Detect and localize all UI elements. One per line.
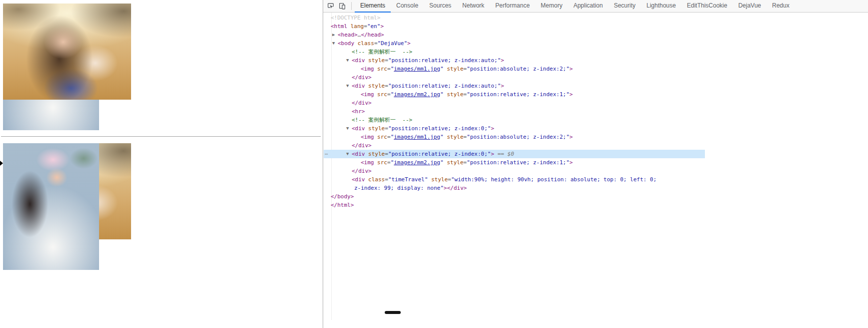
photo-mm1-case1	[3, 4, 131, 100]
tab-network[interactable]: Network	[457, 0, 490, 13]
collapse-arrow-icon[interactable]: ▼	[346, 82, 349, 90]
tab-security[interactable]: Security	[608, 0, 641, 13]
dom-tree-node[interactable]: <img src="images/mm1.jpg" style="positio…	[324, 133, 705, 141]
code-token: >	[380, 23, 384, 30]
code-token: "DejaVue"	[378, 40, 408, 47]
dom-tree-node[interactable]: <div class="timeTravel" style="width:90%…	[324, 175, 705, 184]
code-token: <html	[331, 23, 347, 30]
code-token: images/mm2.jpg	[394, 91, 440, 98]
dom-tree-node[interactable]: </div>	[324, 73, 705, 82]
code-token: </div>	[352, 168, 372, 174]
code-token: src	[374, 134, 388, 140]
code-token: "position:relative; z-index:1;"	[467, 159, 569, 166]
tab-application[interactable]: Application	[568, 0, 608, 13]
code-token: =	[463, 66, 467, 72]
code-token: "position:relative; z-index:auto;"	[388, 57, 501, 64]
dom-tree-node[interactable]: <!DOCTYPE html>	[324, 14, 705, 22]
tab-dejavue[interactable]: DejaVue	[733, 0, 767, 13]
code-token: "timeTravel"	[388, 176, 428, 183]
code-token: ==	[494, 151, 508, 157]
dom-tree-node[interactable]: ▼<body class="DejaVue">	[324, 39, 705, 48]
code-token: style	[444, 91, 464, 98]
dom-tree-node[interactable]: </body>	[324, 192, 705, 201]
inspect-element-icon[interactable]	[327, 2, 335, 10]
code-token: >	[407, 40, 411, 47]
tab-console[interactable]: Console	[391, 0, 424, 13]
code-token: =	[387, 134, 391, 140]
code-token: =	[385, 57, 388, 64]
code-token: >	[569, 66, 573, 72]
dom-tree-node[interactable]: ▶<head>…</head>	[324, 31, 705, 39]
dom-tree-node[interactable]: <img src="images/mm1.jpg" style="positio…	[324, 65, 705, 73]
dom-tree-node[interactable]: <!-- 案例解析一 -->	[324, 48, 705, 56]
code-token: <head>	[338, 32, 358, 38]
code-token: >	[491, 151, 494, 157]
code-token: =	[385, 125, 388, 132]
dom-tree-node[interactable]: <html lang="en">	[324, 22, 705, 31]
tab-memory[interactable]: Memory	[535, 0, 568, 13]
horizontal-scrollbar-thumb[interactable]	[385, 311, 401, 314]
code-token: "	[440, 134, 444, 140]
collapse-arrow-icon[interactable]: ▼	[346, 150, 349, 158]
dom-tree-node[interactable]: <!-- 案例解析一 -->	[324, 116, 705, 124]
code-token: =	[385, 151, 388, 157]
device-toolbar-icon[interactable]	[338, 2, 346, 10]
code-token: style	[444, 159, 464, 166]
code-token: =	[463, 91, 467, 98]
code-token: <div	[352, 57, 365, 64]
dom-tree-node[interactable]: z-index: 99; display: none"></div>	[324, 184, 705, 192]
dom-tree-node[interactable]: <hr>	[324, 107, 705, 116]
tab-performance[interactable]: Performance	[490, 0, 535, 13]
code-token: "position:absolute; z-index:2;"	[467, 134, 569, 140]
screenshot-root: ElementsConsoleSourcesNetworkPerformance…	[0, 0, 868, 328]
code-token: "en"	[367, 23, 381, 30]
dom-tree-node[interactable]: <img src="images/mm2.jpg" style="positio…	[324, 158, 705, 167]
collapse-arrow-icon[interactable]: ▼	[332, 39, 335, 48]
tab-elements[interactable]: Elements	[355, 0, 391, 13]
dom-tree-node[interactable]: <img src="images/mm2.jpg" style="positio…	[324, 90, 705, 99]
code-token: >	[569, 134, 573, 140]
code-token: "position:relative; z-index:1;"	[467, 91, 569, 98]
code-token: >	[501, 83, 504, 89]
code-token: >	[569, 91, 573, 98]
code-token: style	[365, 125, 385, 132]
code-token: <img	[361, 159, 374, 166]
node-options-dots[interactable]: ⋯	[325, 150, 329, 158]
code-token: =	[385, 176, 388, 183]
code-token: src	[374, 159, 388, 166]
code-token: style	[365, 151, 385, 157]
code-token: "position:relative; z-index:0;"	[388, 151, 491, 157]
expand-arrow-icon[interactable]: ▶	[332, 31, 335, 39]
tab-redux[interactable]: Redux	[766, 0, 795, 13]
code-token: =	[387, 159, 391, 166]
collapse-arrow-icon[interactable]: ▼	[346, 56, 349, 65]
code-token: "position:relative; z-index:0;"	[388, 125, 491, 132]
code-token: >	[569, 159, 573, 166]
dom-tree-node[interactable]: </div>	[324, 167, 705, 175]
code-token: <img	[361, 91, 374, 98]
code-token: =	[364, 23, 367, 30]
code-token: "	[440, 159, 444, 166]
code-token: style	[444, 134, 464, 140]
collapse-arrow-icon[interactable]: ▼	[346, 124, 349, 133]
dom-tree-node-selected[interactable]: ⋯▼<div style="position:relative; z-index…	[324, 150, 705, 158]
dom-tree-node[interactable]: </div>	[324, 99, 705, 107]
code-token: images/mm2.jpg	[394, 159, 440, 166]
code-token: =	[387, 91, 391, 98]
dom-tree-node[interactable]: ▼<div style="position:relative; z-index:…	[324, 56, 705, 65]
code-token: z-index: 99; display: none"	[354, 185, 444, 191]
code-token: src	[374, 66, 388, 72]
dom-tree-node[interactable]: </html>	[324, 201, 705, 209]
tab-editthiscookie[interactable]: EditThisCookie	[681, 0, 733, 13]
code-token: style	[365, 57, 385, 64]
tab-sources[interactable]: Sources	[424, 0, 457, 13]
dom-tree-node[interactable]: ▼<div style="position:relative; z-index:…	[324, 124, 705, 133]
code-token: "position:absolute; z-index:2;"	[467, 66, 569, 72]
dom-tree-node[interactable]: </div>	[324, 141, 705, 150]
toolbar-divider	[351, 2, 352, 10]
rendered-page	[0, 0, 323, 328]
dom-tree-node[interactable]: ▼<div style="position:relative; z-index:…	[324, 82, 705, 90]
code-token: images/mm1.jpg	[394, 66, 440, 72]
tab-lighthouse[interactable]: Lighthouse	[641, 0, 681, 13]
code-token: class	[365, 176, 385, 183]
